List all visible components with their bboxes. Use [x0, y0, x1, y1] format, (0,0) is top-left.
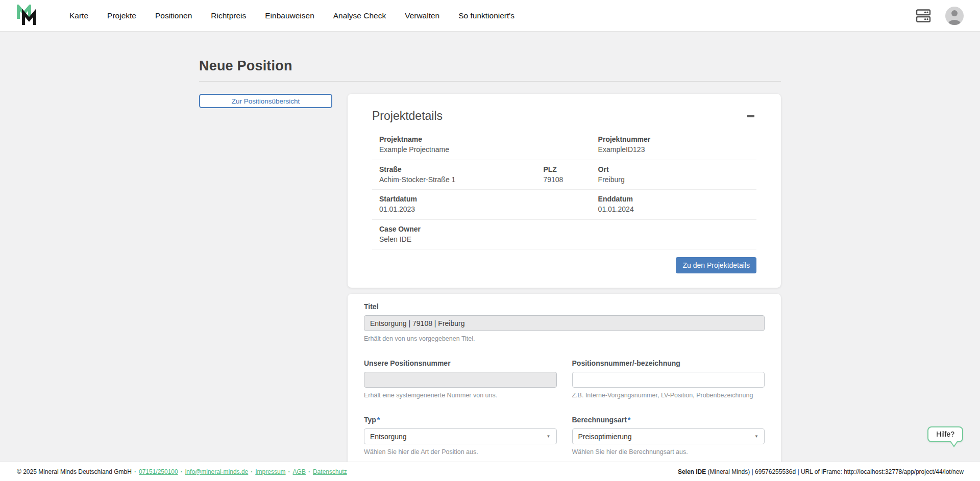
titel-input	[364, 315, 765, 331]
page-footer: © 2025 Mineral Minds Deutschland GmbH · …	[0, 462, 980, 481]
email-link[interactable]: info@mineral-minds.de	[185, 468, 249, 475]
nav-item-karte[interactable]: Karte	[69, 11, 88, 20]
plz-label: PLZ	[543, 164, 598, 174]
chevron-down-icon: ▼	[547, 434, 551, 439]
nav-item-positionen[interactable]: Positionen	[155, 11, 192, 20]
our-position-number-label: Unsere Positionsnummer	[364, 359, 557, 367]
berechnungsart-select[interactable]: Preisoptimierung ▼	[572, 428, 765, 444]
ort-value: Freiburg	[598, 174, 756, 185]
new-position-form-card: Titel Erhält den von uns vorgegebenen Ti…	[348, 294, 781, 481]
page-title: Neue Position	[199, 58, 781, 74]
project-row-dates: Startdatum 01.01.2023 Enddatum 01.01.202…	[372, 190, 756, 220]
nav-item-projekte[interactable]: Projekte	[107, 11, 136, 20]
go-to-project-details-button[interactable]: Zu den Projektdetails	[676, 257, 756, 273]
main-menu: Karte Projekte Positionen Richtpreis Ein…	[69, 11, 916, 20]
position-number-group: Positionsnummer/-bezeichnung Z.B. Intern…	[572, 359, 765, 399]
project-row-name-number: Projektname Example Projectname Projektn…	[372, 130, 756, 160]
session-user: Selen IDE	[678, 468, 706, 475]
project-details-card: Projektdetails Projektname Example Proje…	[348, 94, 781, 288]
typ-group: Typ* Entsorgung ▼ Wählen Sie hier die Ar…	[364, 416, 557, 455]
nav-item-analyse-check[interactable]: Analyse Check	[333, 11, 386, 20]
datenschutz-link[interactable]: Datenschutz	[313, 468, 347, 475]
back-to-positions-button[interactable]: Zur Positionsübersicht	[199, 94, 332, 108]
help-button[interactable]: Hilfe?	[927, 426, 963, 442]
main-area: Neue Position Zur Positionsübersicht Pro…	[0, 32, 980, 481]
typ-label: Typ*	[364, 416, 557, 424]
enddatum-value: 01.01.2024	[598, 204, 756, 214]
strasse-value: Achim-Stocker-Straße 1	[379, 174, 543, 185]
projektname-label: Projektname	[379, 134, 543, 144]
berechnungsart-group: Berechnungsart* Preisoptimierung ▼ Wähle…	[572, 416, 765, 455]
footer-separator: ·	[181, 468, 183, 475]
case-owner-label: Case Owner	[379, 224, 543, 234]
typ-select-value: Entsorgung	[370, 433, 407, 441]
nav-item-so-funktionierts[interactable]: So funktioniert's	[458, 11, 514, 20]
mineral-minds-logo-icon[interactable]	[16, 5, 40, 27]
enddatum-label: Enddatum	[598, 194, 756, 204]
title-divider	[199, 81, 781, 82]
nav-item-einbauweisen[interactable]: Einbauweisen	[265, 11, 314, 20]
startdatum-value: 01.01.2023	[379, 204, 543, 214]
top-navbar: Karte Projekte Positionen Richtpreis Ein…	[0, 0, 980, 32]
position-number-label: Positionsnummer/-bezeichnung	[572, 359, 765, 367]
footer-separator: ·	[308, 468, 310, 475]
server-icon[interactable]	[916, 8, 931, 23]
agb-link[interactable]: AGB	[293, 468, 306, 475]
project-row-case-owner: Case Owner Selen IDE	[372, 220, 756, 250]
project-row-address: Straße Achim-Stocker-Straße 1 PLZ 79108 …	[372, 160, 756, 190]
footer-separator: ·	[134, 468, 136, 475]
typ-select[interactable]: Entsorgung ▼	[364, 428, 557, 444]
footer-separator: ·	[251, 468, 253, 475]
avatar-body-icon	[948, 20, 961, 25]
minus-icon	[747, 115, 754, 117]
berechnungsart-helper-text: Wählen Sie hier die Berechnungsart aus.	[572, 448, 765, 455]
help-button-label: Hilfe?	[936, 430, 954, 438]
nav-item-richtpreis[interactable]: Richtpreis	[211, 11, 246, 20]
berechnungsart-required-mark: *	[628, 416, 630, 424]
berechnungsart-label: Berechnungsart*	[572, 416, 765, 424]
navbar-right-actions	[916, 7, 964, 25]
projektnummer-label: Projektnummer	[598, 134, 756, 144]
titel-label: Titel	[364, 302, 765, 311]
nav-item-verwalten[interactable]: Verwalten	[405, 11, 439, 20]
chevron-down-icon: ▼	[754, 434, 758, 439]
strasse-label: Straße	[379, 164, 543, 174]
position-number-helper-text: Z.B. Interne-Vorgangsnummer, LV-Position…	[572, 392, 765, 399]
collapse-card-button[interactable]	[745, 112, 756, 120]
titel-helper-text: Erhält den von uns vorgegebenen Titel.	[364, 335, 765, 342]
impressum-link[interactable]: Impressum	[255, 468, 285, 475]
our-position-number-group: Unsere Positionsnummer Erhält eine syste…	[364, 359, 557, 399]
projektname-value: Example Projectname	[379, 144, 543, 155]
typ-label-text: Typ	[364, 416, 376, 424]
session-details: (Mineral Minds) | 69576255536d | URL of …	[706, 468, 964, 475]
berechnungsart-select-value: Preisoptimierung	[578, 433, 632, 441]
projektnummer-value: ExampleID123	[598, 144, 756, 155]
case-owner-value: Selen IDE	[379, 234, 543, 244]
user-avatar[interactable]	[945, 7, 964, 25]
titel-group: Titel Erhält den von uns vorgegebenen Ti…	[364, 302, 765, 342]
footer-separator: ·	[288, 468, 290, 475]
typ-required-mark: *	[377, 416, 380, 424]
berechnungsart-label-text: Berechnungsart	[572, 416, 627, 424]
position-number-input[interactable]	[572, 372, 765, 388]
avatar-head-icon	[951, 10, 958, 16]
session-info: Selen IDE (Mineral Minds) | 69576255536d…	[678, 468, 964, 475]
our-position-number-helper-text: Erhält eine systemgenerierte Nummer von …	[364, 392, 557, 399]
plz-value: 79108	[543, 174, 598, 185]
startdatum-label: Startdatum	[379, 194, 543, 204]
phone-link[interactable]: 07151/250100	[139, 468, 178, 475]
typ-helper-text: Wählen Sie hier die Art der Position aus…	[364, 448, 557, 455]
ort-label: Ort	[598, 164, 756, 174]
our-position-number-input	[364, 372, 557, 388]
project-card-title: Projektdetails	[372, 109, 443, 123]
copyright-text: © 2025 Mineral Minds Deutschland GmbH	[17, 468, 132, 475]
